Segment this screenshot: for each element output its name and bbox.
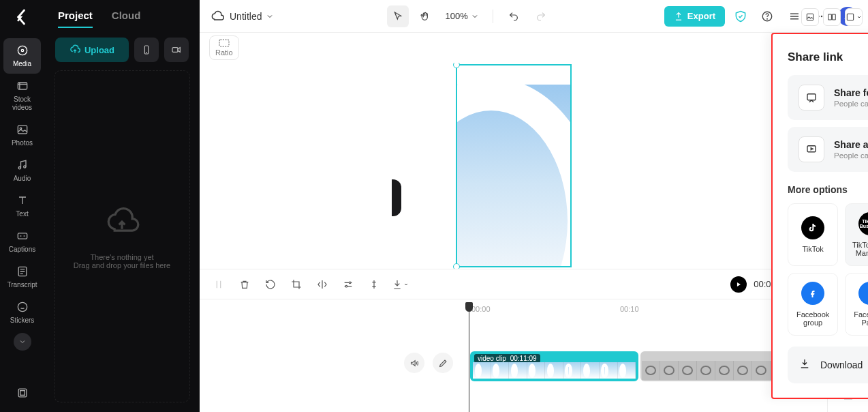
playhead[interactable]	[469, 302, 469, 412]
share-option-facebook-page[interactable]: Facebook Page	[845, 273, 868, 336]
svg-rect-14	[172, 48, 178, 53]
rail-captions[interactable]: Captions	[3, 224, 41, 259]
tab-cloud[interactable]: Cloud	[112, 10, 141, 28]
share-for-review[interactable]: Share for review People can add comments…	[788, 75, 868, 120]
opt-label: Facebook group	[788, 310, 837, 327]
review-icon	[799, 85, 824, 111]
chevron-down-icon	[266, 12, 274, 20]
cloud-sync-icon[interactable]	[211, 10, 224, 23]
share-option-facebook-group[interactable]: Facebook group	[788, 273, 838, 336]
share-present-desc: People can only watch your video.	[834, 151, 868, 160]
svg-point-1	[21, 49, 23, 51]
tab-project[interactable]: Project	[58, 10, 93, 28]
share-option-tiktok-ads[interactable]: TikTok:Business TikTok Ads Manager	[845, 203, 868, 266]
rail-transcript-label: Transcript	[7, 281, 37, 289]
svg-point-16	[767, 18, 768, 19]
split-button[interactable]	[365, 275, 384, 294]
export-button[interactable]: Export	[664, 6, 725, 27]
shield-icon[interactable]	[730, 6, 751, 27]
ratio-label: Ratio	[215, 48, 233, 57]
rail-audio-label: Audio	[14, 175, 31, 183]
track-mute-button[interactable]	[404, 353, 424, 373]
svg-point-25	[349, 282, 351, 284]
svg-rect-33	[807, 94, 816, 100]
redo-button[interactable]	[530, 5, 552, 27]
svg-point-9	[18, 302, 27, 311]
download-clip-button[interactable]	[390, 275, 409, 294]
side-panel: Project Cloud Upload There's nothing yet…	[44, 0, 200, 412]
download-label: Download	[820, 359, 868, 370]
rail-audio[interactable]: Audio	[3, 153, 41, 188]
timeline[interactable]: 00:00 00:10 video clip	[200, 299, 827, 412]
svg-rect-10	[18, 389, 27, 397]
crop-button[interactable]	[287, 275, 306, 294]
share-option-tiktok[interactable]: TikTok	[788, 203, 838, 266]
svg-rect-20	[219, 40, 229, 46]
clip-name: video clip	[478, 355, 506, 362]
selected-clip-frame[interactable]	[456, 64, 572, 267]
app-logo-icon[interactable]	[12, 7, 33, 27]
play-button[interactable]	[730, 276, 747, 293]
zoom-select[interactable]: 100%	[441, 11, 483, 21]
export-label: Export	[687, 11, 715, 21]
rail-transcript[interactable]: Transcript	[3, 259, 41, 295]
presentation-icon	[799, 136, 824, 162]
delete-button[interactable]	[235, 275, 254, 294]
zoom-value: 100%	[446, 11, 468, 21]
adjust-button[interactable]	[339, 275, 358, 294]
clip-duration: 00:11:09	[510, 355, 537, 362]
resize-handle[interactable]	[453, 63, 460, 68]
rail-media-label: Media	[13, 60, 31, 68]
undo-button[interactable]	[503, 5, 525, 27]
project-name[interactable]: Untitled	[230, 11, 274, 22]
upload-button[interactable]: Upload	[55, 38, 129, 62]
left-rail: Media Stock videos Photos Audio Text Cap…	[0, 0, 44, 412]
canvas[interactable]	[200, 63, 827, 269]
rail-text[interactable]: Text	[3, 188, 41, 224]
svg-rect-11	[20, 391, 25, 396]
svg-point-13	[146, 53, 147, 53]
rail-captions-label: Captions	[9, 246, 35, 254]
upload-record-button[interactable]	[164, 38, 189, 62]
rail-stock-videos[interactable]: Stock videos	[3, 74, 41, 117]
svg-point-5	[18, 167, 20, 169]
timeline-toolbar: 00:00:00 | 00:24	[200, 269, 827, 299]
facebook-icon	[801, 282, 824, 305]
rail-photos[interactable]: Photos	[3, 117, 41, 153]
mirror-button[interactable]	[313, 275, 332, 294]
share-heading: Share link	[788, 50, 868, 64]
resize-handle[interactable]	[453, 263, 460, 269]
track-lane[interactable]: video clip 00:11:09	[470, 351, 816, 381]
svg-rect-34	[807, 146, 816, 152]
hand-tool[interactable]	[414, 5, 436, 27]
topbar: Untitled 100% Export A	[200, 0, 868, 33]
canvas-column: Ratio	[200, 33, 827, 412]
dropzone-line2: Drag and drop your files here	[74, 261, 170, 269]
preview-image	[457, 85, 570, 266]
timeline-clip-selected[interactable]: video clip 00:11:09	[470, 351, 638, 381]
rail-stickers[interactable]: Stickers	[3, 295, 41, 330]
cursor-tool[interactable]	[387, 5, 409, 27]
chevron-down-icon	[471, 12, 479, 20]
rail-media[interactable]: Media	[3, 38, 41, 74]
rail-bottom-item[interactable]	[3, 381, 41, 408]
upload-label: Upload	[84, 45, 114, 55]
media-dropzone[interactable]: There's nothing yet Drag and drop your f…	[54, 70, 190, 402]
project-name-text: Untitled	[230, 11, 262, 22]
ratio-button[interactable]: Ratio	[209, 35, 239, 60]
main-area: Untitled 100% Export A	[200, 0, 868, 412]
svg-rect-7	[18, 233, 27, 239]
share-as-presentation[interactable]: Share as presentationNew People can only…	[788, 127, 868, 172]
retry-button[interactable]	[261, 275, 280, 294]
timeline-clip[interactable]	[640, 351, 790, 381]
rail-stock-label: Stock videos	[3, 95, 41, 112]
split-disabled	[209, 275, 228, 294]
svg-rect-3	[18, 126, 27, 134]
share-popover: Share link Share for review People can a…	[771, 33, 868, 399]
track-edit-button[interactable]	[433, 353, 453, 373]
rail-expand-button[interactable]	[14, 333, 31, 351]
download-row[interactable]: Download	[788, 347, 868, 383]
help-button[interactable]	[756, 5, 778, 27]
rail-text-label: Text	[16, 210, 28, 218]
upload-mobile-button[interactable]	[134, 38, 159, 62]
